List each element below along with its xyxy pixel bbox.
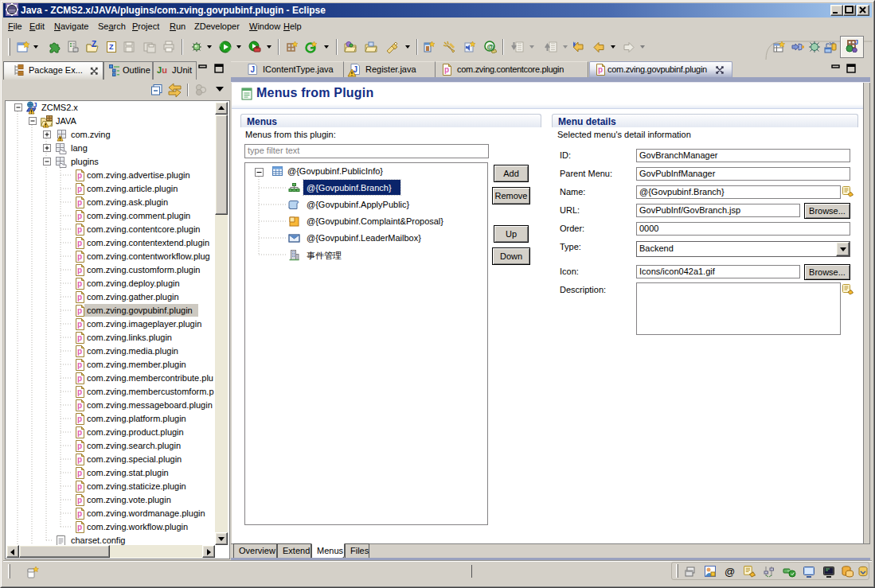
- svg-text:Z: Z: [92, 41, 96, 49]
- svg-text:@: @: [487, 43, 494, 51]
- svg-text:Z: Z: [109, 43, 114, 51]
- svg-text:J: J: [854, 40, 858, 46]
- svg-text:@: @: [725, 566, 735, 578]
